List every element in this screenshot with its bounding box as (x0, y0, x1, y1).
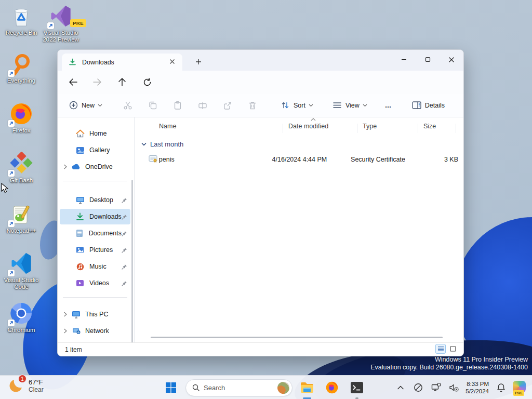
sidebar-item-downloads[interactable]: Downloads (60, 209, 130, 224)
notepad-plus-plus-icon (9, 202, 33, 226)
ethernet-network-icon[interactable] (430, 382, 442, 393)
view-icon (332, 100, 342, 111)
hidden-icons-chevron-icon[interactable] (395, 382, 406, 393)
navigation-bar: Downloads Search Downloads (58, 71, 463, 94)
sidebar-item-pictures[interactable]: Pictures (60, 242, 130, 258)
column-header-date-modified[interactable]: Date modified (283, 123, 357, 135)
rename-button[interactable] (194, 98, 211, 113)
sidebar-item-gallery[interactable]: Gallery (60, 142, 130, 158)
sidebar-label: Desktop (89, 196, 122, 204)
view-button[interactable]: View (328, 97, 371, 114)
horizontal-scrollbar[interactable] (151, 337, 443, 338)
navigation-pane: Home Gallery OneDrive (58, 117, 135, 343)
chevron-right-icon[interactable] (61, 164, 69, 169)
sidebar-item-desktop[interactable]: Desktop (60, 192, 130, 208)
desktop-folder-icon (75, 195, 85, 205)
desktop-icon-notepad-plus-plus[interactable]: Notepad++ (1, 202, 42, 234)
more-options-button[interactable]: … (381, 99, 396, 112)
up-button[interactable] (116, 76, 128, 88)
sidebar-item-videos[interactable]: Videos (60, 275, 130, 291)
view-button-label: View (345, 102, 360, 109)
back-button[interactable] (67, 76, 79, 88)
copy-button[interactable] (144, 98, 162, 113)
sort-button[interactable]: Sort (276, 97, 317, 114)
file-explorer-icon (300, 381, 314, 394)
minimize-button[interactable] (392, 50, 416, 69)
sidebar-item-music[interactable]: Music (60, 259, 130, 274)
paste-button[interactable] (169, 98, 187, 113)
evaluation-watermark: Windows 11 Pro Insider Preview Evaluatio… (370, 356, 528, 371)
notifications-bell-icon[interactable] (495, 382, 507, 393)
close-button[interactable] (440, 50, 463, 69)
downloads-icon (75, 212, 85, 221)
insider-preview-tray-icon[interactable]: PRE (513, 381, 527, 395)
details-view-toggle[interactable] (435, 344, 446, 354)
terminal-icon (350, 381, 364, 394)
weather-widget[interactable]: 1 67°F Clear (8, 378, 44, 393)
volume-muted-icon[interactable] (448, 382, 459, 393)
taskbar-search-box[interactable]: Search (185, 379, 292, 396)
details-pane-icon (411, 100, 422, 111)
watermark-line2: Evaluation copy. Build 26080.ge_release.… (370, 364, 528, 371)
pin-icon (122, 264, 127, 270)
delete-button[interactable] (244, 98, 261, 113)
desktop-icon-git-bash[interactable]: Git Bash (1, 152, 42, 184)
desktop-icon-label: Chromium (1, 327, 42, 334)
tab-bar: Downloads (58, 50, 463, 71)
sort-button-label: Sort (294, 102, 305, 109)
sidebar-item-home[interactable]: Home (60, 126, 130, 141)
file-row[interactable]: penis 4/16/2024 4:44 PM Security Certifi… (139, 152, 458, 167)
refresh-button[interactable] (141, 76, 153, 88)
shortcut-arrow-icon (8, 320, 15, 326)
desktop-icon-visual-studio-code[interactable]: Visual Studio Code (1, 251, 42, 290)
desktop-icon-label: Visual Studio Code (1, 277, 42, 290)
column-header-size[interactable]: Size (418, 123, 456, 135)
desktop-icon-everything[interactable]: Everything (1, 52, 42, 84)
chevron-right-icon[interactable] (61, 312, 69, 317)
taskbar-search-placeholder: Search (204, 384, 273, 392)
desktop-icon-chromium[interactable]: Chromium (1, 301, 42, 334)
taskbar-clock[interactable]: 8:33 PM 5/2/2024 (466, 380, 489, 395)
tab-downloads[interactable]: Downloads (62, 54, 182, 71)
forward-button[interactable] (91, 76, 103, 88)
maximize-button[interactable] (416, 50, 440, 69)
weather-condition: Clear (29, 386, 44, 393)
item-count: 1 item (65, 346, 82, 353)
new-button[interactable]: New (64, 97, 107, 114)
start-button[interactable] (161, 377, 181, 398)
onedrive-icon (71, 162, 81, 171)
desktop-icon-firefox[interactable]: Firefox (1, 102, 42, 134)
search-highlight-image[interactable] (277, 382, 289, 394)
large-icons-view-toggle[interactable] (448, 344, 458, 354)
share-button[interactable] (219, 98, 236, 113)
column-divider[interactable] (456, 124, 456, 133)
desktop-icon-recycle-bin[interactable]: Recycle Bin (1, 4, 42, 36)
pre-badge: PRE (513, 390, 524, 396)
taskbar-file-explorer-button[interactable] (297, 377, 317, 398)
chevron-right-icon[interactable] (61, 328, 69, 334)
sidebar-scrollbar[interactable] (131, 180, 133, 346)
tab-close-icon[interactable] (167, 58, 177, 66)
cut-button[interactable] (119, 98, 137, 113)
desktop-icon-label: Everything (1, 77, 42, 84)
column-header-type[interactable]: Type (357, 123, 418, 135)
do-not-disturb-icon[interactable] (413, 382, 424, 393)
network-icon (71, 326, 81, 336)
notification-count-badge: 1 (18, 375, 26, 383)
git-bash-icon (9, 152, 33, 176)
windows-logo-icon (165, 381, 177, 394)
everything-search-icon (9, 52, 33, 76)
details-pane-button[interactable]: Details (407, 97, 449, 114)
desktop-icon-visual-studio-preview[interactable]: PRE Visual Studio 2022 Preview (38, 4, 83, 43)
group-header-last-month[interactable]: Last month (141, 140, 183, 148)
sidebar-item-this-pc[interactable]: This PC (60, 307, 130, 322)
new-tab-button[interactable] (192, 55, 205, 69)
sidebar-item-documents[interactable]: Documents (60, 225, 130, 241)
column-header-name[interactable]: Name (159, 123, 283, 135)
file-name: penis (159, 156, 272, 163)
desktop-icon-label: Visual Studio 2022 Preview (38, 30, 83, 43)
sidebar-item-onedrive[interactable]: OneDrive (60, 159, 130, 175)
sidebar-item-network[interactable]: Network (60, 323, 130, 339)
taskbar-firefox-button[interactable] (322, 377, 342, 398)
taskbar-terminal-button[interactable] (347, 377, 367, 398)
